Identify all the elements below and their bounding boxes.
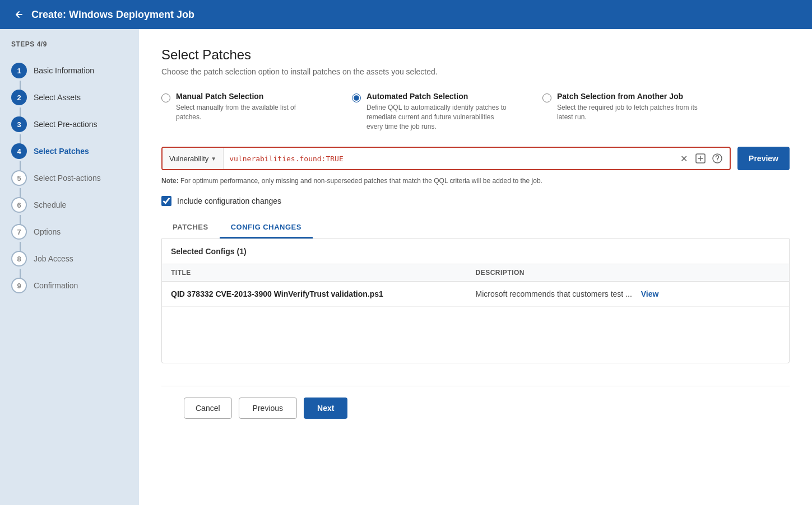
- sidebar-step-4[interactable]: 4 Select Patches: [0, 138, 139, 165]
- step-label-2: Select Assets: [34, 93, 81, 102]
- patch-selection-options: Manual Patch Selection Select manually f…: [161, 92, 790, 131]
- chevron-down-icon: ▼: [211, 156, 216, 162]
- config-view-link[interactable]: View: [641, 289, 659, 298]
- another-job-option[interactable]: Patch Selection from Another Job Select …: [542, 92, 699, 131]
- step-circle-7: 7: [11, 224, 27, 240]
- step-circle-3: 3: [11, 116, 27, 132]
- main-content: Select Patches Choose the patch selectio…: [139, 29, 812, 505]
- qql-type-dropdown[interactable]: Vulnerability ▼: [163, 148, 224, 169]
- step-circle-4: 4: [11, 143, 27, 159]
- tabs-row: PATCHES CONFIG CHANGES: [161, 217, 790, 239]
- manual-patch-label: Manual Patch Selection: [176, 92, 318, 101]
- step-label-8: Job Access: [34, 254, 73, 263]
- another-job-desc: Select the required job to fetch patches…: [557, 103, 699, 122]
- step-label-7: Options: [34, 227, 61, 236]
- preview-button[interactable]: Preview: [737, 147, 790, 170]
- sidebar-step-1[interactable]: 1 Basic Information: [0, 57, 139, 84]
- col-description-header: DESCRIPTION: [476, 269, 781, 277]
- header-title: Create: Windows Deployment Job: [31, 9, 194, 21]
- step-label-1: Basic Information: [34, 66, 94, 75]
- footer: Cancel Previous Next: [161, 386, 790, 430]
- qql-text-input[interactable]: [224, 155, 671, 163]
- steps-label: STEPS 4/9: [0, 40, 139, 57]
- back-arrow-icon[interactable]: [13, 9, 25, 20]
- include-config-checkbox[interactable]: [161, 196, 171, 206]
- note-body: For optimum performance, only missing an…: [179, 177, 542, 185]
- sidebar-step-8[interactable]: 8 Job Access: [0, 245, 139, 272]
- step-circle-5: 5: [11, 170, 27, 186]
- step-label-5: Select Post-actions: [34, 174, 101, 183]
- sidebar-step-9[interactable]: 9 Confirmation: [0, 272, 139, 299]
- automated-patch-label: Automated Patch Selection: [366, 92, 509, 101]
- qql-clear-icon[interactable]: ✕: [677, 152, 690, 165]
- another-job-radio[interactable]: [542, 93, 551, 102]
- qql-input-wrapper: Vulnerability ▼ ✕: [161, 147, 731, 170]
- tab-patches[interactable]: PATCHES: [161, 217, 220, 239]
- step-circle-6: 6: [11, 197, 27, 213]
- svg-point-2: [717, 161, 718, 162]
- tab-config-changes[interactable]: CONFIG CHANGES: [220, 217, 313, 239]
- manual-patch-option[interactable]: Manual Patch Selection Select manually f…: [161, 92, 318, 131]
- config-changes-table: Selected Configs (1) TITLE DESCRIPTION Q…: [161, 239, 790, 363]
- qql-add-icon[interactable]: [694, 152, 707, 165]
- qql-icons: ✕: [671, 152, 730, 165]
- sidebar-step-5[interactable]: 5 Select Post-actions: [0, 165, 139, 191]
- table-header: TITLE DESCRIPTION: [162, 264, 789, 282]
- qql-row: Vulnerability ▼ ✕: [161, 147, 790, 170]
- sidebar: STEPS 4/9 1 Basic Information 2 Select A…: [0, 29, 139, 505]
- manual-patch-desc: Select manually from the available list …: [176, 103, 318, 122]
- step-label-6: Schedule: [34, 200, 66, 209]
- config-title: QID 378332 CVE-2013-3900 WinVerifyTrust …: [171, 289, 476, 298]
- include-config-row[interactable]: Include configuration changes: [161, 196, 790, 206]
- sidebar-step-2[interactable]: 2 Select Assets: [0, 84, 139, 111]
- step-circle-8: 8: [11, 251, 27, 266]
- cancel-button[interactable]: Cancel: [184, 398, 232, 419]
- step-circle-9: 9: [11, 278, 27, 293]
- automated-patch-radio[interactable]: [352, 93, 361, 102]
- manual-patch-radio[interactable]: [161, 93, 170, 102]
- automated-patch-option[interactable]: Automated Patch Selection Define QQL to …: [352, 92, 509, 131]
- sidebar-step-7[interactable]: 7 Options: [0, 218, 139, 245]
- another-job-label: Patch Selection from Another Job: [557, 92, 699, 101]
- table-row: QID 378332 CVE-2013-3900 WinVerifyTrust …: [162, 282, 789, 307]
- sidebar-step-6[interactable]: 6 Schedule: [0, 191, 139, 218]
- header: Create: Windows Deployment Job: [0, 0, 812, 29]
- automated-patch-desc: Define QQL to automatically identify pat…: [366, 103, 509, 131]
- step-circle-2: 2: [11, 90, 27, 105]
- step-label-9: Confirmation: [34, 281, 78, 290]
- step-label-4: Select Patches: [34, 147, 89, 156]
- config-description: Microsoft recommends that customers test…: [476, 289, 781, 298]
- next-button[interactable]: Next: [304, 398, 347, 419]
- qql-type-label: Vulnerability: [169, 155, 208, 163]
- note-prefix: Note:: [161, 177, 179, 185]
- col-title-header: TITLE: [171, 269, 476, 277]
- table-empty-space: [162, 307, 789, 363]
- page-subtitle: Choose the patch selection option to ins…: [161, 67, 790, 76]
- include-config-label[interactable]: Include configuration changes: [177, 197, 281, 205]
- page-title: Select Patches: [161, 47, 790, 63]
- step-label-3: Select Pre-actions: [34, 120, 98, 129]
- previous-button[interactable]: Previous: [239, 398, 297, 419]
- selected-configs-header: Selected Configs (1): [162, 239, 789, 264]
- step-circle-1: 1: [11, 63, 27, 78]
- sidebar-step-3[interactable]: 3 Select Pre-actions: [0, 111, 139, 138]
- note-text: Note: For optimum performance, only miss…: [161, 177, 790, 185]
- qql-help-icon[interactable]: [711, 152, 724, 165]
